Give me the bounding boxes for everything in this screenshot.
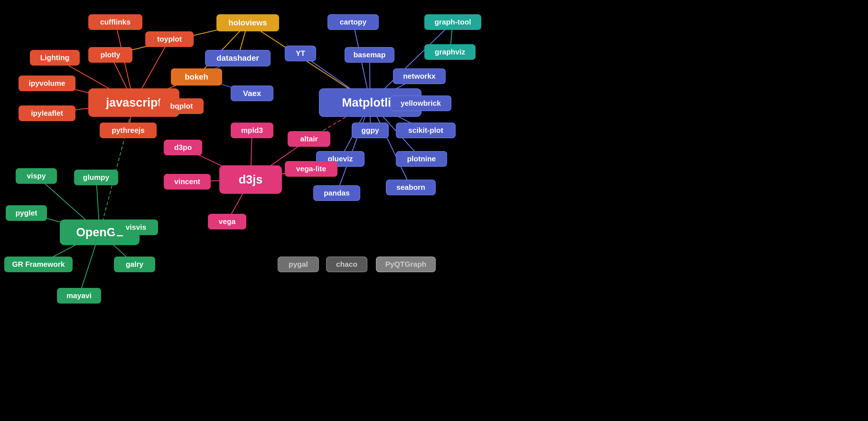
node-networkx[interactable]: networkx: [393, 68, 446, 84]
node-ipyvolume[interactable]: ipyvolume: [19, 76, 75, 91]
node-cartopy[interactable]: cartopy: [328, 14, 379, 30]
node-pyglet[interactable]: pyglet: [6, 205, 47, 221]
node-bokeh[interactable]: bokeh: [171, 68, 222, 85]
node-pyqtgraph[interactable]: PyQTGraph: [376, 256, 436, 272]
node-yt[interactable]: YT: [285, 46, 316, 61]
node-gr-framework[interactable]: GR Framework: [4, 256, 73, 272]
node-visvis[interactable]: visvis: [114, 220, 158, 235]
node-graphviz[interactable]: graphviz: [424, 44, 475, 60]
node-plotnine[interactable]: plotnine: [396, 151, 447, 167]
node-d3js[interactable]: d3js: [219, 165, 282, 194]
node-d3po[interactable]: d3po: [164, 140, 202, 156]
node-yellowbrick[interactable]: yellowbrick: [390, 95, 452, 111]
node-vega[interactable]: vega: [208, 214, 246, 229]
node-pygal[interactable]: pygal: [278, 256, 319, 272]
node-lighting[interactable]: Lighting: [30, 50, 80, 65]
node-mayavi[interactable]: mayavi: [57, 288, 101, 304]
node-scikit-plot[interactable]: scikit-plot: [396, 122, 456, 138]
node-basemap[interactable]: basemap: [345, 47, 395, 63]
node-bqplot[interactable]: bqplot: [159, 99, 204, 114]
node-graph-tool[interactable]: graph-tool: [424, 14, 481, 30]
node-vispy[interactable]: vispy: [16, 168, 57, 184]
node-vincent[interactable]: vincent: [164, 174, 211, 190]
node-seaborn[interactable]: seaborn: [386, 179, 436, 195]
node-pythreejs[interactable]: pythreejs: [100, 122, 157, 138]
node-altair[interactable]: altair: [288, 131, 330, 147]
node-plotly[interactable]: plotly: [88, 47, 132, 63]
node-chaco[interactable]: chaco: [326, 256, 367, 272]
node-galry[interactable]: galry: [114, 256, 155, 272]
node-ggpy[interactable]: ggpy: [352, 122, 389, 138]
node-mpld3[interactable]: mpld3: [231, 122, 273, 138]
node-ipyleaflet[interactable]: ipyleaflet: [19, 106, 75, 121]
node-cufflinks[interactable]: cufflinks: [88, 14, 143, 30]
node-pandas[interactable]: pandas: [313, 185, 360, 201]
node-vega-lite[interactable]: vega-lite: [285, 161, 337, 177]
node-toyplot[interactable]: toyplot: [145, 31, 194, 47]
node-glumpy[interactable]: glumpy: [74, 170, 118, 185]
node-holoviews[interactable]: holoviews: [216, 14, 279, 31]
node-datashader[interactable]: datashader: [205, 50, 271, 66]
node-vaex[interactable]: Vaex: [231, 85, 273, 101]
